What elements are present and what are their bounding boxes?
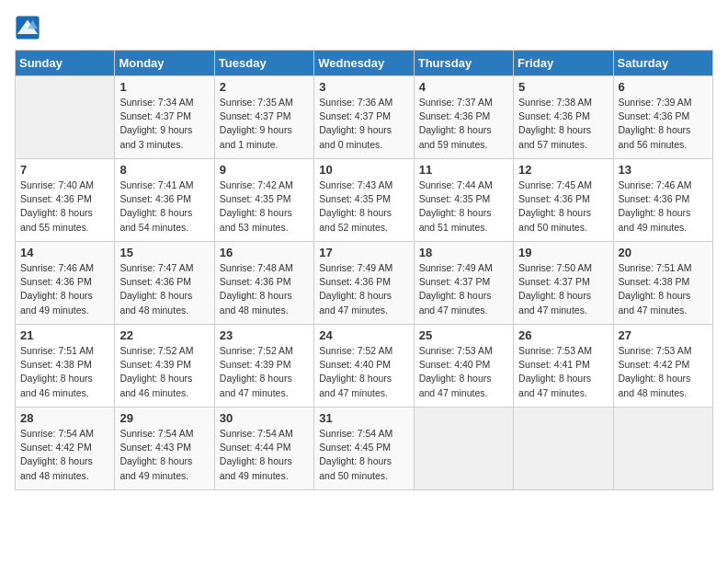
calendar-cell: 4Sunrise: 7:37 AM Sunset: 4:36 PM Daylig… bbox=[414, 76, 513, 159]
weekday-header-monday: Monday bbox=[115, 51, 214, 76]
calendar-cell: 24Sunrise: 7:52 AM Sunset: 4:40 PM Dayli… bbox=[314, 325, 414, 408]
day-number: 6 bbox=[619, 80, 708, 94]
weekday-header-saturday: Saturday bbox=[613, 51, 712, 76]
day-info: Sunrise: 7:52 AM Sunset: 4:39 PM Dayligh… bbox=[220, 344, 309, 400]
day-info: Sunrise: 7:37 AM Sunset: 4:36 PM Dayligh… bbox=[419, 96, 508, 152]
day-number: 26 bbox=[518, 328, 608, 342]
day-number: 14 bbox=[20, 246, 109, 259]
logo bbox=[15, 15, 44, 40]
day-number: 19 bbox=[518, 246, 608, 259]
day-info: Sunrise: 7:53 AM Sunset: 4:41 PM Dayligh… bbox=[518, 344, 608, 400]
week-row-1: 1Sunrise: 7:34 AM Sunset: 4:37 PM Daylig… bbox=[16, 76, 713, 159]
calendar-cell: 2Sunrise: 7:35 AM Sunset: 4:37 PM Daylig… bbox=[214, 76, 313, 159]
weekday-header-friday: Friday bbox=[514, 51, 613, 76]
day-info: Sunrise: 7:46 AM Sunset: 4:36 PM Dayligh… bbox=[20, 261, 109, 317]
week-row-2: 7Sunrise: 7:40 AM Sunset: 4:36 PM Daylig… bbox=[16, 159, 713, 242]
logo-icon bbox=[15, 15, 40, 40]
day-info: Sunrise: 7:51 AM Sunset: 4:38 PM Dayligh… bbox=[619, 261, 708, 317]
day-number: 28 bbox=[20, 411, 109, 425]
day-number: 10 bbox=[319, 163, 408, 177]
calendar-table: SundayMondayTuesdayWednesdayThursdayFrid… bbox=[15, 50, 713, 490]
day-number: 27 bbox=[619, 328, 708, 342]
calendar-cell bbox=[16, 76, 115, 159]
day-number: 22 bbox=[119, 328, 209, 342]
calendar-cell: 27Sunrise: 7:53 AM Sunset: 4:42 PM Dayli… bbox=[613, 325, 712, 408]
calendar-cell bbox=[613, 408, 712, 490]
week-row-4: 21Sunrise: 7:51 AM Sunset: 4:38 PM Dayli… bbox=[16, 325, 713, 408]
calendar-cell: 31Sunrise: 7:54 AM Sunset: 4:45 PM Dayli… bbox=[314, 408, 414, 490]
day-number: 20 bbox=[619, 246, 708, 259]
calendar-cell: 1Sunrise: 7:34 AM Sunset: 4:37 PM Daylig… bbox=[115, 76, 214, 159]
week-row-5: 28Sunrise: 7:54 AM Sunset: 4:42 PM Dayli… bbox=[16, 408, 713, 490]
calendar-cell: 7Sunrise: 7:40 AM Sunset: 4:36 PM Daylig… bbox=[16, 159, 115, 242]
calendar-cell bbox=[514, 408, 613, 490]
day-info: Sunrise: 7:54 AM Sunset: 4:43 PM Dayligh… bbox=[119, 427, 209, 483]
day-number: 23 bbox=[220, 328, 309, 342]
calendar-cell: 3Sunrise: 7:36 AM Sunset: 4:37 PM Daylig… bbox=[314, 76, 414, 159]
day-info: Sunrise: 7:54 AM Sunset: 4:44 PM Dayligh… bbox=[220, 427, 309, 483]
calendar-cell: 17Sunrise: 7:49 AM Sunset: 4:36 PM Dayli… bbox=[314, 242, 414, 325]
day-info: Sunrise: 7:51 AM Sunset: 4:38 PM Dayligh… bbox=[20, 344, 109, 400]
day-info: Sunrise: 7:46 AM Sunset: 4:36 PM Dayligh… bbox=[619, 178, 708, 235]
day-number: 5 bbox=[518, 80, 608, 94]
day-number: 12 bbox=[518, 163, 608, 177]
calendar-cell: 22Sunrise: 7:52 AM Sunset: 4:39 PM Dayli… bbox=[115, 325, 214, 408]
day-info: Sunrise: 7:49 AM Sunset: 4:37 PM Dayligh… bbox=[419, 261, 508, 317]
day-info: Sunrise: 7:36 AM Sunset: 4:37 PM Dayligh… bbox=[319, 96, 408, 152]
calendar-cell: 9Sunrise: 7:42 AM Sunset: 4:35 PM Daylig… bbox=[214, 159, 313, 242]
day-info: Sunrise: 7:40 AM Sunset: 4:36 PM Dayligh… bbox=[20, 178, 109, 235]
calendar-cell: 28Sunrise: 7:54 AM Sunset: 4:42 PM Dayli… bbox=[16, 408, 115, 490]
day-number: 7 bbox=[20, 163, 109, 177]
day-info: Sunrise: 7:34 AM Sunset: 4:37 PM Dayligh… bbox=[119, 96, 209, 152]
day-number: 29 bbox=[119, 411, 209, 425]
page-header bbox=[15, 15, 713, 40]
day-info: Sunrise: 7:38 AM Sunset: 4:36 PM Dayligh… bbox=[518, 96, 608, 152]
calendar-cell: 14Sunrise: 7:46 AM Sunset: 4:36 PM Dayli… bbox=[16, 242, 115, 325]
day-info: Sunrise: 7:49 AM Sunset: 4:36 PM Dayligh… bbox=[319, 261, 408, 317]
weekday-header-wednesday: Wednesday bbox=[314, 51, 414, 76]
calendar-cell: 19Sunrise: 7:50 AM Sunset: 4:37 PM Dayli… bbox=[514, 242, 613, 325]
day-info: Sunrise: 7:52 AM Sunset: 4:39 PM Dayligh… bbox=[119, 344, 209, 400]
day-info: Sunrise: 7:39 AM Sunset: 4:36 PM Dayligh… bbox=[619, 96, 708, 152]
day-number: 31 bbox=[319, 411, 408, 425]
calendar-cell: 13Sunrise: 7:46 AM Sunset: 4:36 PM Dayli… bbox=[613, 159, 712, 242]
day-number: 18 bbox=[419, 246, 508, 259]
day-number: 4 bbox=[419, 80, 508, 94]
calendar-cell: 26Sunrise: 7:53 AM Sunset: 4:41 PM Dayli… bbox=[514, 325, 613, 408]
day-number: 16 bbox=[220, 246, 309, 259]
week-row-3: 14Sunrise: 7:46 AM Sunset: 4:36 PM Dayli… bbox=[16, 242, 713, 325]
day-number: 9 bbox=[220, 163, 309, 177]
calendar-cell: 12Sunrise: 7:45 AM Sunset: 4:36 PM Dayli… bbox=[514, 159, 613, 242]
day-info: Sunrise: 7:50 AM Sunset: 4:37 PM Dayligh… bbox=[518, 261, 608, 317]
day-number: 15 bbox=[119, 246, 209, 259]
day-number: 21 bbox=[20, 328, 109, 342]
day-number: 25 bbox=[419, 328, 508, 342]
day-info: Sunrise: 7:53 AM Sunset: 4:42 PM Dayligh… bbox=[619, 344, 708, 400]
day-info: Sunrise: 7:53 AM Sunset: 4:40 PM Dayligh… bbox=[419, 344, 508, 400]
calendar-cell: 5Sunrise: 7:38 AM Sunset: 4:36 PM Daylig… bbox=[514, 76, 613, 159]
weekday-header-thursday: Thursday bbox=[414, 51, 513, 76]
day-number: 2 bbox=[220, 80, 309, 94]
day-number: 24 bbox=[319, 328, 408, 342]
day-info: Sunrise: 7:44 AM Sunset: 4:35 PM Dayligh… bbox=[419, 178, 508, 235]
calendar-cell: 11Sunrise: 7:44 AM Sunset: 4:35 PM Dayli… bbox=[414, 159, 513, 242]
weekday-header-row: SundayMondayTuesdayWednesdayThursdayFrid… bbox=[16, 51, 713, 76]
calendar-cell: 10Sunrise: 7:43 AM Sunset: 4:35 PM Dayli… bbox=[314, 159, 414, 242]
day-info: Sunrise: 7:43 AM Sunset: 4:35 PM Dayligh… bbox=[319, 178, 408, 235]
day-info: Sunrise: 7:41 AM Sunset: 4:36 PM Dayligh… bbox=[119, 178, 209, 235]
calendar-cell: 18Sunrise: 7:49 AM Sunset: 4:37 PM Dayli… bbox=[414, 242, 513, 325]
calendar-cell bbox=[414, 408, 513, 490]
day-info: Sunrise: 7:54 AM Sunset: 4:42 PM Dayligh… bbox=[20, 427, 109, 483]
day-info: Sunrise: 7:52 AM Sunset: 4:40 PM Dayligh… bbox=[319, 344, 408, 400]
day-info: Sunrise: 7:48 AM Sunset: 4:36 PM Dayligh… bbox=[220, 261, 309, 317]
day-info: Sunrise: 7:47 AM Sunset: 4:36 PM Dayligh… bbox=[119, 261, 209, 317]
calendar-cell: 30Sunrise: 7:54 AM Sunset: 4:44 PM Dayli… bbox=[214, 408, 313, 490]
day-info: Sunrise: 7:35 AM Sunset: 4:37 PM Dayligh… bbox=[220, 96, 309, 152]
day-info: Sunrise: 7:54 AM Sunset: 4:45 PM Dayligh… bbox=[319, 427, 408, 483]
day-number: 30 bbox=[220, 411, 309, 425]
day-number: 8 bbox=[119, 163, 209, 177]
calendar-cell: 6Sunrise: 7:39 AM Sunset: 4:36 PM Daylig… bbox=[613, 76, 712, 159]
day-info: Sunrise: 7:45 AM Sunset: 4:36 PM Dayligh… bbox=[518, 178, 608, 235]
calendar-cell: 25Sunrise: 7:53 AM Sunset: 4:40 PM Dayli… bbox=[414, 325, 513, 408]
calendar-cell: 20Sunrise: 7:51 AM Sunset: 4:38 PM Dayli… bbox=[613, 242, 712, 325]
